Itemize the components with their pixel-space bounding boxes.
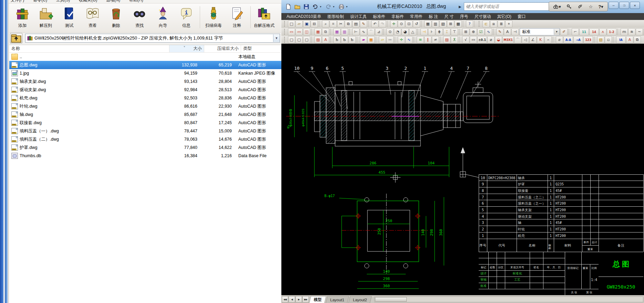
cad-tool-button[interactable]: A <box>322 36 329 43</box>
toolbar-button-test[interactable]: 测试 <box>58 4 81 31</box>
cad-tool-button[interactable]: ⊏ <box>482 20 490 28</box>
cad-tool-button[interactable]: ▧ <box>597 36 604 43</box>
cad-tool-button[interactable]: ▱ <box>379 36 386 43</box>
cad-tool-button[interactable]: ⌗ <box>330 20 337 28</box>
cad-tool-button[interactable]: ↺ <box>413 20 420 28</box>
cad-tool-button[interactable]: ? <box>466 20 473 28</box>
archive-path-combobox[interactable]: GWⅡ250x250钢性叶轮给料机全套.zip\GWⅡ250x250 - ZIP… <box>25 34 280 43</box>
cad-tool-button[interactable]: ∠ <box>529 36 537 43</box>
help-icon[interactable]: ?▾ <box>598 4 603 9</box>
cad-tool-button[interactable]: ∿ <box>485 28 492 35</box>
layout-tab-model[interactable]: 模型 <box>309 296 326 303</box>
cad-menu-item[interactable]: 序号 <box>457 14 471 20</box>
toolbar-button-del[interactable]: 删除 <box>104 4 128 31</box>
layout-tab-layout2[interactable]: Layout2 <box>348 296 372 303</box>
cad-tool-button[interactable]: ▦ <box>314 28 322 35</box>
file-row[interactable]: 叶轮.dwg86,61622,930AutoCAD 图形 <box>9 102 281 110</box>
cad-tool-button[interactable]: ⋕ <box>436 28 443 35</box>
cad-tool-button[interactable]: 11 <box>579 28 589 35</box>
cad-tool-button[interactable]: ▭ <box>295 28 303 35</box>
cad-menu-item[interactable]: 尺寸驱动 <box>471 14 494 20</box>
cad-tool-button[interactable]: ∿ <box>405 36 413 43</box>
cad-tool-button[interactable]: ≔ <box>386 36 394 43</box>
cad-tool-button[interactable]: ≡ <box>417 36 424 43</box>
file-row[interactable]: 总图.dwg132,93865,219AutoCAD 图形 <box>9 61 281 69</box>
layout-tab-layout1[interactable]: Layout1 <box>326 296 349 303</box>
toolbar-button-info[interactable]: i信息 <box>175 4 198 31</box>
tab-last-button[interactable]: ▶▶ <box>302 296 309 303</box>
cad-tool-button[interactable]: ▤ <box>352 20 360 28</box>
up-folder-button[interactable] <box>10 33 22 43</box>
cad-tool-button[interactable]: ▰ <box>360 36 367 43</box>
cad-tool-button[interactable]: ✐ <box>560 28 568 35</box>
toolbar-button-extract[interactable]: 解压到 <box>34 4 58 31</box>
tab-first-button[interactable]: ◀◀ <box>282 296 288 303</box>
tab-prev-button[interactable]: ◀ <box>289 296 295 303</box>
cad-tool-button[interactable]: ⌖ <box>505 20 512 28</box>
redo-dropdown-arrow[interactable]: ▾ <box>333 5 336 8</box>
cad-tool-button[interactable]: ⊙ <box>398 20 405 28</box>
file-row[interactable]: 轴.dwg85,68721,648AutoCAD 图形 <box>9 110 281 119</box>
cad-tool-button[interactable]: ∥ <box>424 36 432 43</box>
cad-tool-button[interactable]: A-A <box>563 36 573 43</box>
cad-tool-button[interactable]: ✎ <box>496 28 503 35</box>
winrar-menu-item[interactable]: 命令(C) <box>33 0 47 3</box>
file-row[interactable]: 填料压盖（二）.dwg78,06314,676AutoCAD 图形 <box>9 135 281 143</box>
cad-tool-button[interactable]: ⌀ <box>487 36 495 43</box>
cad-tool-button[interactable]: A <box>626 36 633 43</box>
winrar-menu-item[interactable]: 选项(N) <box>106 0 120 3</box>
cad-tool-button[interactable]: ▭ <box>288 28 295 35</box>
cad-tool-button[interactable]: ⌢ <box>544 36 552 43</box>
cad-menu-item[interactable]: 标 注 <box>426 14 441 20</box>
file-row[interactable]: 填料压盖（一）.dwg78,44715,009AutoCAD 图形 <box>9 127 281 135</box>
cad-tool-button[interactable]: ▦ <box>333 28 341 35</box>
cad-menu-item[interactable]: 尺 寸 <box>441 14 457 20</box>
help-search-input[interactable] <box>464 2 550 11</box>
drawing-canvas[interactable]: 286 104 455 φ35x7-8排母 φ40x4-5.02S 45 109… <box>281 44 644 295</box>
cad-tool-button[interactable]: ⊿ <box>375 28 382 35</box>
cad-tool-button[interactable]: ✎ <box>360 20 367 28</box>
cad-tool-button[interactable]: ⌒ <box>367 28 375 35</box>
cad-tool-button[interactable]: ⊢ <box>352 28 360 35</box>
cad-tool-button[interactable]: ▥ <box>341 28 348 35</box>
cad-tool-button[interactable]: ↶ <box>371 20 378 28</box>
cad-menu-item[interactable]: 常用件 <box>407 14 426 20</box>
toolbar-button-scan[interactable]: 扫描病毒 <box>202 4 225 31</box>
column-header-packed[interactable]: 压缩后大小 <box>204 45 241 52</box>
cad-tool-button[interactable]: M3X1 <box>502 36 514 43</box>
cad-tool-button[interactable]: ✛ <box>390 20 397 28</box>
toolbar-button-wizard[interactable]: 向导 <box>151 4 175 31</box>
cad-tool-button[interactable]: Ƅ <box>349 36 356 43</box>
cad-tool-button[interactable]: ✛ <box>398 36 405 43</box>
cad-tool-button[interactable]: Ƅ <box>333 36 341 43</box>
new-file-button[interactable] <box>284 2 292 11</box>
qat-customize-arrow[interactable]: ▾ <box>346 5 350 8</box>
cad-tool-button[interactable]: ▩ <box>455 20 462 28</box>
open-file-button[interactable] <box>293 2 301 11</box>
cad-tool-button[interactable]: ⌐ <box>572 28 579 35</box>
cad-tool-button[interactable]: m <box>621 28 628 35</box>
cad-tool-button[interactable]: ⊣ <box>511 28 519 35</box>
file-row[interactable]: 护罩.dwg77,84014,622AutoCAD 图形 <box>9 143 281 152</box>
cad-menu-item[interactable]: 设计工具 <box>347 14 370 20</box>
cad-tool-button[interactable]: ◁ <box>522 36 529 43</box>
cad-tool-button[interactable]: ▭ <box>470 36 477 43</box>
file-row[interactable]: Thumbs.db16,3841,216Data Base File <box>9 152 281 160</box>
cad-tool-button[interactable]: ⊤ <box>451 28 458 35</box>
cad-tool-button[interactable]: A <box>504 28 511 35</box>
cad-menu-item[interactable]: AutoCAD2010菜单 <box>283 14 324 20</box>
cad-tool-button[interactable]: ◫ <box>303 28 310 35</box>
toolbar-button-view[interactable]: 查看 <box>81 4 104 31</box>
cad-tool-button[interactable]: □ <box>288 20 295 28</box>
path-dropdown-button[interactable]: ▼ <box>273 34 280 42</box>
cad-tool-button[interactable]: ≋ <box>628 28 635 35</box>
toolbar-button-comment[interactable]: 注释 <box>225 4 249 31</box>
cad-tool-button[interactable]: ▧ <box>439 20 447 28</box>
cad-tool-button[interactable]: ▫ <box>605 36 612 43</box>
cad-tool-button[interactable]: ⧈ <box>490 20 497 28</box>
file-row[interactable]: 轴承支架.dwg93,14328,804AutoCAD 图形 <box>9 77 281 86</box>
cad-tool-button[interactable]: ▨ <box>314 36 322 43</box>
winrar-menu-item[interactable]: 工具(S) <box>56 0 70 3</box>
cad-tool-button[interactable]: ▢ <box>303 36 310 43</box>
cad-tool-button[interactable]: Ƅ <box>341 36 348 43</box>
